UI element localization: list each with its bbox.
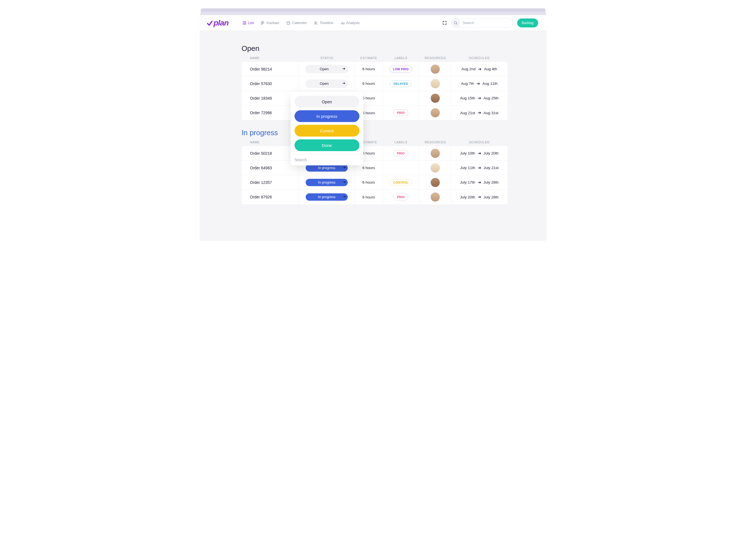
section-title-inprogress: In progress <box>242 129 535 137</box>
table-row[interactable]: Order 57630Open6 hoursDELAYEDAug 7thAug … <box>242 76 508 91</box>
table-inprogress: Order 50218In progress6 hoursPRIOJuly 10… <box>242 146 508 204</box>
table-row[interactable]: Order 98214Open6 hoursLOW PRIOAug 2ndAug… <box>242 62 508 76</box>
brand-text: plan <box>214 19 229 27</box>
scheduled-end: Aug 25th <box>484 96 499 100</box>
kanban-icon <box>261 21 265 25</box>
tab-calender[interactable]: Calender <box>285 19 308 27</box>
cell-scheduled: Aug 21stAug 31st <box>452 106 508 120</box>
status-chip[interactable]: In progress <box>305 193 348 201</box>
cell-status: In progress <box>299 190 355 204</box>
cell-labels: CONTROL <box>383 175 419 190</box>
cell-resources <box>419 161 452 175</box>
arrow-right-icon <box>476 82 480 85</box>
cell-name: Order 72986 <box>242 106 299 120</box>
scheduled-end: July 20th <box>484 151 499 155</box>
tab-analysis[interactable]: Analysis <box>340 19 361 27</box>
tab-kanban-label: Kanban <box>266 21 279 25</box>
tab-kanban[interactable]: Kanban <box>260 19 280 27</box>
table-header-open: NAME STATUS ESTIMATE LABELS RESOURCES SC… <box>242 56 535 62</box>
cell-scheduled: July 17thJuly 28th <box>452 175 508 190</box>
cell-labels <box>383 161 419 175</box>
avatar[interactable] <box>430 163 440 173</box>
avatar[interactable] <box>430 64 440 74</box>
avatar[interactable] <box>430 108 440 117</box>
tab-list[interactable]: List <box>241 19 255 27</box>
table-row[interactable]: Order 18349Open6 hoursAug 15thAug 25th <box>242 91 508 106</box>
avatar[interactable] <box>430 93 440 103</box>
avatar[interactable] <box>430 178 440 187</box>
scheduled-start: Aug 15th <box>460 96 475 100</box>
cell-estimate: 6 hours <box>355 175 383 190</box>
cell-resources <box>419 62 452 76</box>
status-chip[interactable]: Open <box>305 65 348 73</box>
svg-rect-1 <box>263 21 264 23</box>
status-option-open[interactable]: Open <box>294 96 360 108</box>
avatar[interactable] <box>430 192 440 202</box>
table-row[interactable]: Order 12357In progress6 hoursCONTROLJuly… <box>242 175 508 190</box>
tab-timeline[interactable]: Timeline <box>313 19 335 27</box>
col-labels: LABELS <box>383 140 419 144</box>
status-chip[interactable]: Open <box>305 80 348 88</box>
scheduled-end: July 28th <box>484 180 499 185</box>
status-chip-label: Open <box>305 81 348 86</box>
scheduled-start: July 20th <box>460 195 475 199</box>
scheduled-end: Aug 11th <box>483 81 497 86</box>
arrow-right-icon <box>478 166 481 170</box>
col-resources: RESOURCES <box>419 140 452 144</box>
search-input[interactable] <box>460 21 512 25</box>
cell-name: Order 12357 <box>242 175 299 190</box>
label-pill[interactable]: LOW PRIO <box>390 66 412 73</box>
table-row[interactable]: Order 72986Open6 hoursPRIOAug 21stAug 31… <box>242 106 508 120</box>
cell-name: Order 57630 <box>242 76 299 91</box>
backlog-button[interactable]: Backlog <box>517 19 538 27</box>
section-title-open: Open <box>242 44 535 53</box>
status-option-inprogress[interactable]: In progress <box>294 110 360 122</box>
analysis-icon <box>341 21 345 25</box>
col-name: NAME <box>242 56 299 60</box>
popover-search-input[interactable] <box>291 154 363 165</box>
avatar[interactable] <box>430 79 440 88</box>
label-pill[interactable]: CONTROL <box>390 179 412 186</box>
scheduled-end: July 21st <box>484 166 498 170</box>
cell-resources <box>419 190 452 204</box>
calendar-icon <box>286 21 290 25</box>
scheduled-start: July 10th <box>460 151 475 155</box>
cell-scheduled: Aug 2ndAug 4th <box>452 62 508 76</box>
status-chip-label: Open <box>305 67 348 71</box>
col-estimate: ESTIMATE <box>355 56 383 60</box>
table-row[interactable]: Order 64983In progress6 hoursJuly 11thJu… <box>242 161 508 175</box>
cell-labels: PRIO <box>383 146 419 160</box>
cell-status: Open <box>299 62 355 76</box>
label-pill[interactable]: PRIO <box>393 150 408 157</box>
expand-icon[interactable] <box>442 21 447 25</box>
table-header-inprogress: NAME STATUS ESTIMATE LABELS RESOURCES SC… <box>242 140 535 146</box>
cell-resources <box>419 91 452 105</box>
cell-estimate: 6 hours <box>355 76 383 91</box>
arrow-right-icon <box>478 152 481 155</box>
col-labels: LABELS <box>383 56 419 60</box>
col-scheduled: SCHEDULED <box>452 56 508 60</box>
svg-rect-0 <box>261 21 262 24</box>
status-option-done[interactable]: Done <box>294 139 360 151</box>
label-pill[interactable]: PRIO <box>393 194 408 200</box>
col-scheduled: SCHEDULED <box>452 140 508 144</box>
avatar[interactable] <box>430 149 440 158</box>
label-pill[interactable]: PRIO <box>393 109 408 116</box>
status-option-control[interactable]: Control <box>294 125 360 137</box>
timeline-icon <box>314 21 318 25</box>
search-box <box>451 18 513 28</box>
status-chip[interactable]: In progress <box>305 178 348 187</box>
status-chip-label: In progress <box>306 193 348 201</box>
table-row[interactable]: Order 87926In progress6 hoursPRIOJuly 20… <box>242 190 508 204</box>
col-status: STATUS <box>299 56 355 60</box>
arrow-right-icon <box>478 96 481 100</box>
content-area: Open NAME STATUS ESTIMATE LABELS RESOURC… <box>200 31 547 204</box>
table-row[interactable]: Order 50218In progress6 hoursPRIOJuly 10… <box>242 146 508 161</box>
cell-scheduled: July 10thJuly 20th <box>452 146 508 160</box>
scheduled-start: Aug 21st <box>460 111 475 115</box>
cell-labels: PRIO <box>383 106 419 120</box>
view-tabs: List Kanban Calender Timeline Analysis <box>241 19 361 27</box>
cell-name: Order 87926 <box>242 190 299 204</box>
cell-name: Order 98214 <box>242 62 299 76</box>
label-pill[interactable]: DELAYED <box>390 80 412 87</box>
